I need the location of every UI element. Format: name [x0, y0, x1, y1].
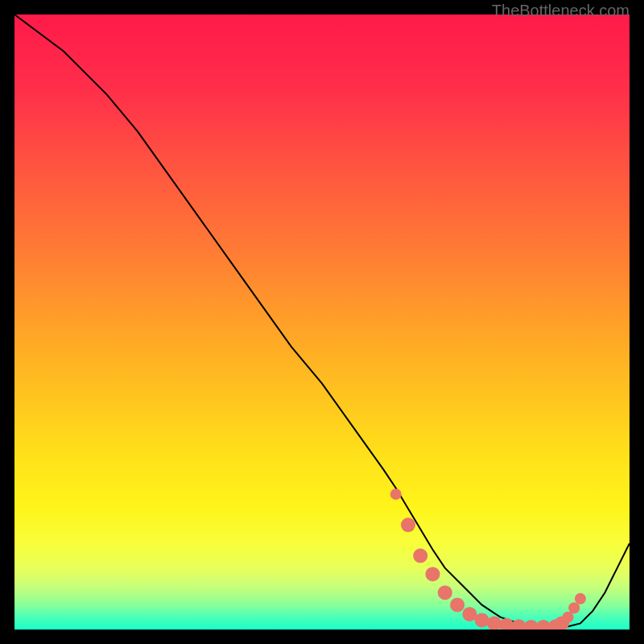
- data-point: [475, 613, 489, 628]
- data-point: [413, 548, 427, 563]
- watermark-text: TheBottleneck.com: [492, 2, 630, 20]
- data-point: [390, 489, 402, 500]
- data-point: [450, 597, 464, 612]
- data-point: [426, 567, 440, 581]
- data-point: [563, 612, 574, 623]
- data-point: [438, 585, 452, 600]
- bottleneck-chart: [14, 14, 630, 630]
- data-point: [401, 518, 415, 532]
- data-point: [575, 593, 586, 605]
- data-point: [568, 602, 580, 613]
- gradient-background: [14, 14, 630, 630]
